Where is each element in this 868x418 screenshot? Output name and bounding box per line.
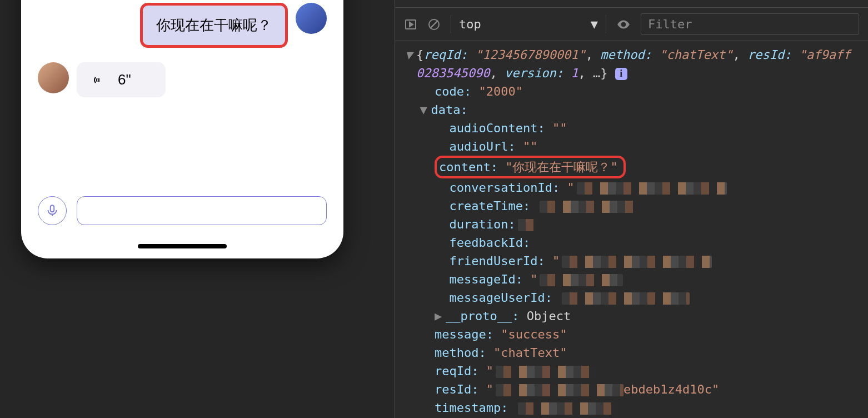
redacted-value (577, 182, 727, 195)
collapse-arrow-icon[interactable]: ▼ (405, 46, 416, 64)
console-output[interactable]: ▼{reqId: "1234567890001", method: "chatT… (395, 41, 868, 418)
json-row[interactable]: duration: (405, 215, 868, 233)
mic-button[interactable] (38, 196, 67, 225)
json-row[interactable]: message: "success" (405, 325, 868, 344)
redacted-value (518, 402, 618, 415)
redacted-value (518, 219, 535, 231)
json-row[interactable]: reqId: " (405, 362, 868, 380)
json-row[interactable]: ▶__proto__: Object (405, 307, 868, 325)
json-row[interactable]: conversationId: " (405, 178, 868, 197)
json-row[interactable]: resId: "ebdeb1z4d10c" (405, 380, 868, 399)
devtools-tabs (395, 0, 868, 8)
collapse-arrow-icon[interactable]: ▼ (420, 101, 431, 119)
json-row[interactable]: messageId: " (405, 270, 868, 288)
svg-point-4 (622, 23, 625, 25)
chat-msg: 你现在在干嘛呢？ (38, 3, 327, 48)
json-row[interactable]: createTime: (405, 197, 868, 215)
expand-arrow-icon[interactable]: ▶ (435, 307, 446, 325)
console-object-summary[interactable]: ▼{reqId: "1234567890001", method: "chatT… (405, 46, 868, 64)
redacted-value (562, 256, 712, 268)
json-row[interactable]: audioUrl: "" (405, 137, 868, 156)
redacted-value (540, 274, 623, 286)
eye-icon[interactable] (616, 17, 631, 32)
text-bubble-highlighted[interactable]: 你现在在干嘛呢？ (140, 3, 288, 48)
json-row[interactable]: friendUserId: " (405, 252, 868, 270)
console-filter-bar: top ▼ Filter (395, 8, 868, 41)
voice-duration: 6" (118, 71, 131, 88)
chat-input-bar (38, 196, 327, 225)
json-row[interactable]: audioContent: "" (405, 119, 868, 137)
message-input[interactable] (77, 196, 327, 225)
json-row[interactable]: ▼data: (405, 101, 868, 119)
svg-rect-0 (51, 205, 54, 212)
chat-msg: 6" (38, 62, 327, 97)
json-row[interactable]: messageUserId: (405, 288, 868, 307)
redacted-value (496, 366, 596, 378)
info-badge-icon[interactable]: i (615, 68, 627, 80)
redacted-value (496, 384, 623, 396)
avatar (296, 3, 327, 34)
context-label: top (459, 17, 481, 31)
svg-line-3 (430, 21, 438, 28)
voice-bubble[interactable]: 6" (77, 62, 166, 97)
context-selector[interactable]: top ▼ (451, 15, 606, 33)
home-indicator (138, 244, 227, 248)
json-row[interactable]: timestamp: (405, 399, 868, 417)
devtools-panel: top ▼ Filter ▼{reqId: "1234567890001", m… (395, 0, 868, 418)
redacted-value (540, 201, 634, 213)
filter-input[interactable]: Filter (641, 13, 859, 35)
clear-console-icon[interactable] (427, 18, 441, 31)
phone-frame: 8" 你现在在干嘛呢？ 6" (21, 0, 343, 258)
json-row-highlighted[interactable]: content: "你现在在干嘛呢？" (405, 156, 868, 178)
chevron-down-icon: ▼ (591, 17, 598, 31)
json-row[interactable]: code: "2000" (405, 82, 868, 101)
sound-wave-icon (92, 73, 106, 87)
phone-preview: 8" 你现在在干嘛呢？ 6" (0, 0, 395, 418)
json-row[interactable]: method: "chatText" (405, 344, 868, 362)
json-row[interactable]: feedbackId: (405, 233, 868, 252)
redacted-value (562, 292, 690, 305)
execute-icon[interactable] (404, 18, 417, 31)
avatar (38, 62, 69, 93)
